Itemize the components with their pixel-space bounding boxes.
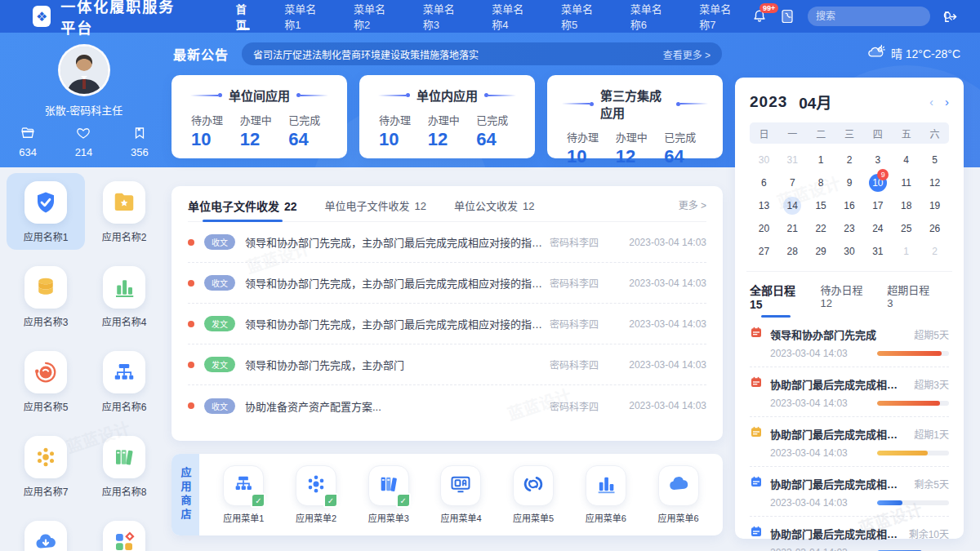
store-app-1[interactable]: ✓ 应用菜单1: [223, 465, 264, 524]
calendar-day[interactable]: 12: [920, 173, 949, 193]
calendar-day-selected[interactable]: 109: [863, 173, 892, 193]
sidebar-app-label: 应用名称3: [24, 314, 69, 328]
sidebar-app-5[interactable]: 应用名称5: [7, 343, 85, 420]
tab-overdue-schedule[interactable]: 超期日程 3: [887, 282, 931, 318]
stat-card-inter-unit[interactable]: 单位间应用 待办理10 办理中12 已完成64: [172, 75, 347, 158]
calendar-day[interactable]: 6: [750, 173, 778, 193]
store-app-2[interactable]: ✓ 应用菜单2: [296, 465, 336, 524]
announcement-pill[interactable]: 省司法厅促进法制化营商环境建设政策措施落地落实 查看更多 >: [242, 42, 722, 65]
calendar-day[interactable]: 24: [863, 219, 892, 238]
metric-label: 办理中: [428, 112, 472, 127]
search-input[interactable]: [816, 11, 942, 22]
calendar-day[interactable]: 28: [778, 242, 807, 261]
schedule-item[interactable]: 领导和协办部门先完成 超期5天 2023-03-04 14:03: [750, 318, 949, 367]
documents-more-link[interactable]: 更多 >: [679, 198, 706, 211]
calendar-day[interactable]: 17: [863, 196, 892, 216]
calendar-day[interactable]: 19: [920, 196, 949, 216]
announcement-more-link[interactable]: 查看更多 >: [663, 47, 710, 61]
doc-list-item[interactable]: 发文 领导和协办部门先完成，主办部门最后完成完成相应对接的指示任务办件，请示文 …: [188, 304, 706, 344]
store-app-5[interactable]: 应用菜单5: [513, 465, 554, 524]
stat-favorites[interactable]: 214: [56, 126, 111, 158]
doc-list-item[interactable]: 收文 领导和协办部门先完成，主办部门最后完成完成相应对接的指示任务办件，请示文 …: [188, 263, 706, 304]
calendar-day[interactable]: 30: [835, 242, 864, 261]
stat-card-third-party[interactable]: 第三方集成应用 待办理10 办理中12 已完成64: [547, 75, 723, 158]
contacts-book-icon[interactable]: [780, 9, 795, 24]
schedule-item[interactable]: 协助部门最后完成完成相应对接... 超期1天 2023-03-04 14:03: [750, 417, 949, 467]
stat-card-intra-unit[interactable]: 单位内应用 待办理10 办理中12 已完成64: [359, 75, 535, 158]
store-app-3[interactable]: ✓ 应用菜单3: [368, 465, 409, 524]
calendar-day[interactable]: 30: [750, 150, 778, 170]
calendar-day[interactable]: 1: [807, 150, 835, 170]
nav-item-menu5[interactable]: 菜单名称5: [545, 0, 614, 33]
schedule-status: 剩余5天: [914, 477, 949, 491]
tab-pending-schedule[interactable]: 待办日程 12: [820, 282, 869, 318]
sidebar-app-1[interactable]: 应用名称1: [7, 173, 85, 250]
calendar-next-icon[interactable]: ›: [945, 96, 949, 108]
sidebar-app-6[interactable]: 应用名称6: [85, 343, 163, 420]
sidebar-app-9[interactable]: 应用名称9: [7, 513, 85, 551]
calendar-prev-icon[interactable]: ‹: [929, 96, 933, 108]
store-app-7[interactable]: 应用菜单6: [658, 465, 699, 524]
sidebar-app-2[interactable]: 应用名称2: [85, 173, 163, 250]
calendar-day[interactable]: 3: [863, 150, 892, 170]
stat-documents[interactable]: 634: [0, 126, 56, 158]
nav-item-menu1[interactable]: 菜单名称1: [268, 0, 337, 33]
calendar-day[interactable]: 23: [835, 219, 864, 238]
weather-widget: 晴 12°C-28°C: [867, 44, 960, 61]
doc-list-item[interactable]: 发文 领导和协办部门先完成，主办部门 密码科李四 2023-03-04 14:0…: [188, 344, 706, 385]
store-app-6[interactable]: 应用菜单6: [586, 465, 626, 524]
doc-list-item[interactable]: 收文 领导和协办部门先完成，主办部门最后完成完成相应对接的指示任务办件... 密…: [188, 222, 706, 263]
stat-bookmarks[interactable]: 356: [112, 126, 167, 158]
calendar-day[interactable]: 29: [807, 242, 835, 261]
calendar-day[interactable]: 16: [835, 196, 864, 216]
calendar-day[interactable]: 1: [892, 242, 920, 261]
nav-item-menu6[interactable]: 菜单名称6: [614, 0, 684, 33]
doc-time: 2023-03-04 14:03: [615, 318, 706, 330]
tab-official-docs[interactable]: 单位公文收发12: [454, 198, 534, 221]
calendar-day[interactable]: 31: [778, 150, 807, 170]
global-search[interactable]: [808, 7, 930, 26]
nav-item-menu3[interactable]: 菜单名称3: [407, 0, 476, 33]
schedule-item[interactable]: 协助部门最后完成完成相应对接... 剩余5天 2023-03-04 14:03: [750, 467, 949, 517]
calendar-day[interactable]: 31: [863, 242, 892, 261]
calendar-day[interactable]: 15: [807, 196, 835, 216]
nav-item-menu4[interactable]: 菜单名称4: [475, 0, 545, 33]
calendar-day[interactable]: 7: [778, 173, 807, 193]
stat-bookmarks-count: 356: [131, 146, 149, 158]
calendar-day[interactable]: 2: [920, 242, 949, 261]
calendar-day-today[interactable]: 14: [778, 196, 807, 216]
user-avatar[interactable]: [58, 44, 110, 96]
calendar-day[interactable]: 18: [892, 196, 920, 216]
nav-item-home[interactable]: 首页: [220, 0, 269, 33]
schedule-item[interactable]: 协助部门最后完成完成相应对接... 剩余10天 2023-03-04 14:03: [750, 517, 949, 551]
notification-bell-icon[interactable]: 99+: [752, 9, 767, 24]
nav-item-menu7[interactable]: 菜单名称7: [683, 0, 752, 33]
calendar-day[interactable]: 25: [892, 219, 920, 238]
calendar-day[interactable]: 8: [807, 173, 835, 193]
calendar-day[interactable]: 11: [892, 173, 920, 193]
org-chart-icon: [103, 351, 145, 393]
calendar-day[interactable]: 27: [750, 242, 778, 261]
nav-item-menu2[interactable]: 菜单名称2: [337, 0, 407, 33]
tab-doc-exchange-1[interactable]: 单位电子文件收发22: [188, 198, 297, 222]
calendar-day[interactable]: 21: [778, 219, 807, 238]
store-app-4[interactable]: 应用菜单4: [440, 465, 481, 524]
sidebar-app-4[interactable]: 应用名称4: [85, 258, 163, 335]
sidebar-app-8[interactable]: 应用名称8: [85, 428, 163, 504]
calendar-day[interactable]: 13: [750, 196, 778, 216]
tab-doc-exchange-2[interactable]: 单位电子文件收发12: [325, 198, 426, 221]
calendar-day[interactable]: 22: [807, 219, 835, 238]
calendar-day[interactable]: 2: [835, 150, 864, 170]
sidebar-app-3[interactable]: 应用名称3: [7, 258, 85, 335]
doc-list-item[interactable]: 收文 协助准备资产资产配置方案... 密码科李四 2023-03-04 14:0…: [188, 385, 706, 426]
schedule-item[interactable]: 协助部门最后完成完成相应对接... 超期3天 2023-03-04 14:03: [750, 367, 949, 417]
logout-icon[interactable]: [943, 10, 957, 24]
calendar-day[interactable]: 20: [750, 219, 778, 238]
sidebar-app-10[interactable]: 应用名称10: [85, 513, 163, 551]
calendar-day[interactable]: 5: [920, 150, 949, 170]
calendar-day[interactable]: 9: [835, 173, 864, 193]
sidebar-app-7[interactable]: 应用名称7: [7, 428, 85, 504]
calendar-day[interactable]: 26: [920, 219, 949, 238]
calendar-day[interactable]: 4: [892, 150, 920, 170]
tab-all-schedule[interactable]: 全部日程 15: [750, 282, 802, 318]
